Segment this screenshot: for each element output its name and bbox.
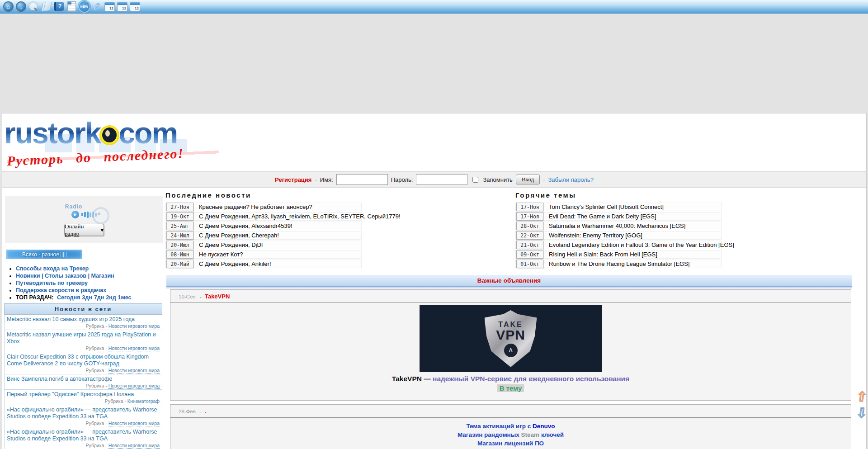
password-label: Пароль: xyxy=(391,176,413,183)
net-news-item-title[interactable]: Metacritic назвал 10 самых худших игр 20… xyxy=(7,316,160,323)
latest-news-section: Последние новости 27-Ноя Красные раздачи… xyxy=(165,191,392,269)
topic-text[interactable]: Saturnalia и Warhammer 40,000: Mechanicu… xyxy=(549,222,685,229)
net-news-item-title[interactable]: Metacritic назвал улчшие игры 2025 года … xyxy=(7,331,160,345)
password-input[interactable] xyxy=(416,174,467,185)
news-date: 25-Авг xyxy=(166,222,193,230)
news-date: 20-Май xyxy=(166,260,193,268)
topic-text[interactable]: Tom Clancy's Splinter Cell [Ubisoft Conn… xyxy=(549,203,664,210)
site-logo[interactable]: rustorkcom Русторь до последнего! xyxy=(4,119,194,170)
top-razdach-item: ТОП РАЗДАЧ: Сегодня3дн7дн2нд1мес xyxy=(16,294,170,301)
calendar-icon[interactable]: 12 xyxy=(104,1,115,12)
topic-date: 28-Окт xyxy=(516,222,543,230)
edit-pencil-icon[interactable]: ✎ xyxy=(90,0,104,13)
announcement-denuvo: 28-Фев - . Тема активаций игр с Denuvo М… xyxy=(170,404,851,449)
net-news-item: Clair Obscur Expedition 33 с отрывом обо… xyxy=(4,352,162,374)
faq-book-icon[interactable]: ? xyxy=(53,1,65,12)
topic-text[interactable]: Rising Hell и Slain: Back From Hell [EGS… xyxy=(549,251,657,258)
news-text[interactable]: С Днем Рождения, Арт33, ilyash_rekviem, … xyxy=(199,213,401,220)
top-period-link[interactable]: 7дн xyxy=(94,294,104,301)
new-badge-label: NEW xyxy=(79,1,90,12)
latest-news-title: Последние новости xyxy=(165,191,392,199)
announcement-title-link[interactable]: TakeVPN xyxy=(205,293,230,300)
top-razdach-label[interactable]: ТОП РАЗДАЧ: xyxy=(16,294,54,301)
username-input[interactable] xyxy=(336,174,388,185)
news-row: 24-Июл С Днем Рождения, Cherepah! xyxy=(165,231,362,240)
sidebar-link[interactable]: Способы входа на Трекер xyxy=(16,265,89,272)
divider xyxy=(170,417,851,418)
news-text[interactable]: Не пускает Кот? xyxy=(199,251,243,258)
rubric-category-link[interactable]: Новости игрового мира xyxy=(108,383,160,389)
news-text[interactable]: Красные раздачи? Не работает анонсер? xyxy=(199,203,312,210)
topic-row: 01-Окт Runbow и The Drone Racing League … xyxy=(515,260,722,268)
sidebar-link[interactable]: Новинки | Столы заказов | Магазин xyxy=(16,273,114,279)
rubric-category-link[interactable]: Новости игрового мира xyxy=(108,443,160,449)
announcements-title: Важные объявления xyxy=(477,277,541,284)
calendar-icon[interactable]: 12 xyxy=(117,1,128,12)
remember-checkbox[interactable] xyxy=(472,177,478,183)
topic-text[interactable]: Runbow и The Drone Racing League Simulat… xyxy=(549,260,689,267)
document-icon[interactable] xyxy=(66,1,77,12)
rubric-category-link[interactable]: Кинематограф xyxy=(127,398,160,404)
top-period-link[interactable]: 1мес xyxy=(118,294,132,301)
takevpn-caption-link[interactable]: надежный VPN-сервис для ежедневного испо… xyxy=(433,375,629,383)
news-row: 20-Июл С Днем Рождения, DjDI xyxy=(165,241,362,249)
net-news-item-title[interactable]: «Нас официально ограбили» — представител… xyxy=(7,406,160,420)
software-licenses-shop-link[interactable]: Магазин лицензий ПО xyxy=(477,440,544,447)
news-text[interactable]: С Днем Рождения, DjDI xyxy=(199,241,263,248)
new-badge-icon[interactable]: NEW xyxy=(79,1,90,12)
news-text[interactable]: С Днем Рождения, Cherepah! xyxy=(199,232,279,239)
radio-play-button[interactable]: ▶ xyxy=(71,211,79,218)
home-icon[interactable]: ⌂ xyxy=(3,1,14,12)
main-content: rustorkcom Русторь до последнего! Регист… xyxy=(2,113,867,449)
radio-widget: Radio ▶ Онлайн радио▾ xyxy=(5,196,163,243)
divider xyxy=(170,302,851,303)
forgot-password-link[interactable]: Забыли пароль? xyxy=(548,176,594,183)
top-period-link[interactable]: 3дн xyxy=(82,294,92,301)
net-news-item-title[interactable]: Clair Obscur Expedition 33 с отрывом обо… xyxy=(7,354,160,367)
online-radio-button[interactable]: Онлайн радио▾ xyxy=(64,224,104,236)
sidebar-link[interactable]: Поддержка скорости в раздачах xyxy=(16,287,106,293)
scroll-to-bottom-icon[interactable]: ⇩ xyxy=(855,406,868,420)
calendar-icon[interactable]: 12 xyxy=(129,1,141,12)
hot-topics-title: Горячие темы xyxy=(515,191,741,199)
search-icon[interactable] xyxy=(28,1,39,12)
steam-keys-shop-link[interactable]: Магазин рандомных Steam ключей xyxy=(458,431,564,438)
net-news-item-title[interactable]: «Нас официально ограбили» — представител… xyxy=(7,429,160,442)
top-period-link[interactable]: 2нд xyxy=(106,294,116,301)
vsyako-raznoe-banner[interactable]: Всяко - разное xyxy=(6,250,82,259)
denuvo-topic-link[interactable]: Тема активаций игр с Denuvo xyxy=(466,423,555,430)
sidebar-link[interactable]: Путеводитель по трекеру xyxy=(16,280,88,286)
scroll-to-top-icon[interactable]: ⇧ xyxy=(855,390,868,403)
pages-icon[interactable] xyxy=(41,1,52,12)
net-news-item: Первый трейлер "Одиссеи" Кристофера Нола… xyxy=(4,390,162,405)
topic-text[interactable]: Evoland Legendary Edition и Fallout 3: G… xyxy=(549,241,734,248)
download-icon[interactable]: ↓ xyxy=(15,1,27,12)
net-news-item: Metacritic назвал 10 самых худших игр 20… xyxy=(4,315,162,330)
topic-date: 09-Окт xyxy=(516,250,543,259)
rubric-category-link[interactable]: Новости игрового мира xyxy=(108,368,160,373)
login-bar: Регистрация · Имя: Пароль: Запомнить Вхо… xyxy=(2,171,866,188)
announcement-title-link[interactable]: . xyxy=(205,408,207,415)
register-link[interactable]: Регистрация xyxy=(275,176,311,183)
rubric-category-link[interactable]: Новости игрового мира xyxy=(108,345,160,351)
takevpn-topic-link[interactable]: В тему xyxy=(497,384,524,392)
rubric-category-link[interactable]: Новости игрового мира xyxy=(108,323,160,329)
net-news-item: «Нас официально ограбили» — представител… xyxy=(4,427,162,449)
net-news-item: Metacritic назвал улчшие игры 2025 года … xyxy=(4,330,162,352)
top-period-link[interactable]: Сегодня xyxy=(57,294,80,301)
rubric-category-link[interactable]: Новости игрового мира xyxy=(108,421,160,426)
news-text[interactable]: С Днем Рождения, Ankiler! xyxy=(199,260,271,267)
topic-text[interactable]: Wolfenstein: Enemy Territory [GOG] xyxy=(549,232,642,239)
sidebar-link-item: Новинки | Столы заказов | Магазин xyxy=(16,273,170,279)
takevpn-caption-brand: TakeVPN — xyxy=(392,375,431,383)
net-news-item: Винс Зампелла погиб в автокатастрофе Руб… xyxy=(4,374,162,390)
topic-text[interactable]: Evil Dead: The Game и Dark Deity [EGS] xyxy=(549,213,656,220)
download-glyph: ↓ xyxy=(16,1,26,12)
net-news-item-title[interactable]: Винс Зампелла погиб в автокатастрофе xyxy=(7,376,160,383)
news-text[interactable]: С Днем Рождения, Alexsandr4539! xyxy=(199,222,292,229)
rubric-label: Рубрика - xyxy=(105,398,126,404)
takevpn-banner-image[interactable]: TAKE VPN Λ xyxy=(420,305,602,372)
rubric-label: Рубрика - xyxy=(86,383,107,388)
net-news-item-title[interactable]: Первый трейлер "Одиссеи" Кристофера Нола… xyxy=(7,391,160,398)
login-button[interactable]: Вход xyxy=(516,175,540,184)
